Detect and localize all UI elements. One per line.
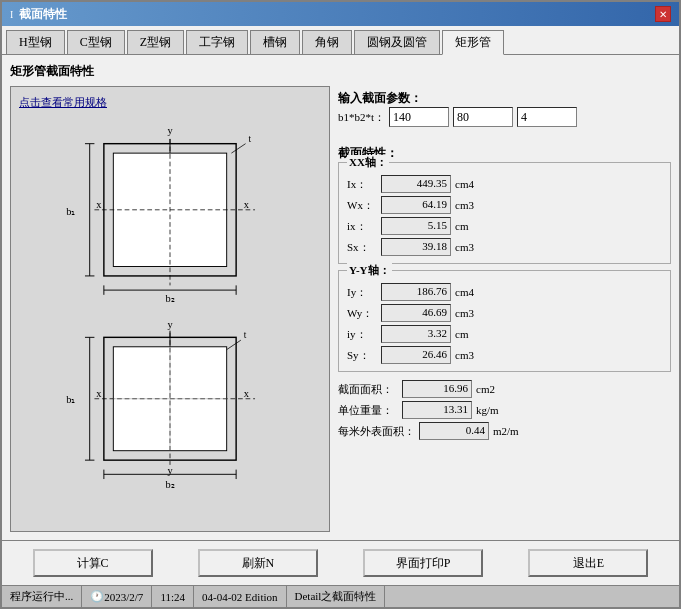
dim-label: b1*b2*t： <box>338 110 385 125</box>
sy-label: Sy： <box>347 348 377 363</box>
svg-text:x: x <box>244 199 250 210</box>
surface-label: 每米外表面积： <box>338 424 415 439</box>
area-row: 截面面积： 16.96 cm2 <box>338 380 671 398</box>
misc-props: 截面面积： 16.96 cm2 单位重量： 13.31 kg/m 每米外表面积：… <box>338 378 671 445</box>
window-title: 截面特性 <box>19 6 67 23</box>
ix-small-label: ix： <box>347 219 377 234</box>
tab-bar: H型钢 C型钢 Z型钢 工字钢 槽钢 角钢 圆钢及圆管 矩形管 <box>2 26 679 55</box>
wx-value: 64.19 <box>381 196 451 214</box>
tab-channel[interactable]: 槽钢 <box>250 30 300 54</box>
iy-unit: cm4 <box>455 286 483 298</box>
b2-input[interactable] <box>453 107 513 127</box>
area-value: 16.96 <box>402 380 472 398</box>
sx-label: Sx： <box>347 240 377 255</box>
wy-unit: cm3 <box>455 307 483 319</box>
app-icon: I <box>10 9 13 20</box>
status-edition: 04-04-02 Edition <box>194 586 286 607</box>
iy-small-label: iy： <box>347 327 377 342</box>
sx-row: Sx： 39.18 cm3 <box>347 238 662 256</box>
diagram-area: 点击查看常用规格 y b₁ <box>10 86 330 532</box>
refresh-button[interactable]: 刷新N <box>198 549 318 577</box>
status-running: 程序运行中... <box>2 586 82 607</box>
iy-small-unit: cm <box>455 328 483 340</box>
iy-small-value: 3.32 <box>381 325 451 343</box>
tab-angle[interactable]: 角钢 <box>302 30 352 54</box>
print-button[interactable]: 界面打印P <box>363 549 483 577</box>
iy-row: Iy： 186.76 cm4 <box>347 283 662 301</box>
svg-text:y: y <box>167 125 173 136</box>
svg-text:x: x <box>96 388 102 399</box>
ix-small-unit: cm <box>455 220 483 232</box>
weight-row: 单位重量： 13.31 kg/m <box>338 401 671 419</box>
status-time: 11:24 <box>152 586 194 607</box>
status-date: 2023/2/7 <box>104 591 143 603</box>
wy-label: Wy： <box>347 306 377 321</box>
sy-value: 26.46 <box>381 346 451 364</box>
svg-text:t: t <box>248 134 251 144</box>
tab-z-steel[interactable]: Z型钢 <box>127 30 184 54</box>
svg-line-35 <box>227 340 241 349</box>
wx-unit: cm3 <box>455 199 483 211</box>
svg-text:b₁: b₁ <box>66 206 75 217</box>
ix-label: Ix： <box>347 177 377 192</box>
status-bar: 程序运行中... 🕐 2023/2/7 11:24 04-04-02 Editi… <box>2 585 679 607</box>
wx-label: Wx： <box>347 198 377 213</box>
content-area: 矩形管截面特性 点击查看常用规格 y <box>2 55 679 540</box>
tab-i-beam[interactable]: 工字钢 <box>186 30 248 54</box>
area-label: 截面面积： <box>338 382 398 397</box>
status-icon-item: 🕐 2023/2/7 <box>82 586 152 607</box>
svg-text:x: x <box>96 199 102 210</box>
svg-text:y: y <box>167 465 173 476</box>
svg-text:x: x <box>244 388 250 399</box>
svg-text:t: t <box>244 330 247 340</box>
weight-label: 单位重量： <box>338 403 398 418</box>
dimension-input-row: b1*b2*t： <box>338 107 671 127</box>
iy-label: Iy： <box>347 285 377 300</box>
wx-row: Wx： 64.19 cm3 <box>347 196 662 214</box>
area-unit: cm2 <box>476 383 504 395</box>
yy-axis-label: Y-Y轴： <box>347 263 392 278</box>
status-module: Detail之截面特性 <box>287 586 386 607</box>
cross-section-diagram: y b₁ <box>11 87 329 531</box>
exit-button[interactable]: 退出E <box>528 549 648 577</box>
surface-value: 0.44 <box>419 422 489 440</box>
svg-text:b₂: b₂ <box>165 293 174 304</box>
xx-axis-label: XX轴： <box>347 155 389 170</box>
weight-value: 13.31 <box>402 401 472 419</box>
surface-row: 每米外表面积： 0.44 m2/m <box>338 422 671 440</box>
iy-value: 186.76 <box>381 283 451 301</box>
ix-unit: cm4 <box>455 178 483 190</box>
tab-round[interactable]: 圆钢及圆管 <box>354 30 440 54</box>
title-bar: I 截面特性 ✕ <box>2 2 679 26</box>
wy-value: 46.69 <box>381 304 451 322</box>
params-area: 输入截面参数： b1*b2*t： 截面特性： XX轴： <box>338 86 671 532</box>
sy-row: Sy： 26.46 cm3 <box>347 346 662 364</box>
tab-c-steel[interactable]: C型钢 <box>67 30 125 54</box>
ix-small-value: 5.15 <box>381 217 451 235</box>
svg-text:y: y <box>167 319 173 330</box>
ix-small-row: ix： 5.15 cm <box>347 217 662 235</box>
weight-unit: kg/m <box>476 404 504 416</box>
properties-section: 截面特性： XX轴： Ix： 449.35 cm4 Wx： 64. <box>338 141 671 445</box>
clock-icon: 🕐 <box>90 590 104 603</box>
ix-row: Ix： 449.35 cm4 <box>347 175 662 193</box>
iy-small-row: iy： 3.32 cm <box>347 325 662 343</box>
calc-button[interactable]: 计算C <box>33 549 153 577</box>
input-section-title: 输入截面参数： <box>338 90 671 107</box>
title-bar-left: I 截面特性 <box>10 6 67 23</box>
ix-value: 449.35 <box>381 175 451 193</box>
svg-line-16 <box>231 144 245 153</box>
sy-unit: cm3 <box>455 349 483 361</box>
t-input[interactable] <box>517 107 577 127</box>
svg-text:b₁: b₁ <box>66 394 75 405</box>
button-bar: 计算C 刷新N 界面打印P 退出E <box>2 540 679 585</box>
sx-unit: cm3 <box>455 241 483 253</box>
close-button[interactable]: ✕ <box>655 6 671 22</box>
wy-row: Wy： 46.69 cm3 <box>347 304 662 322</box>
svg-text:b₂: b₂ <box>165 479 174 490</box>
main-content: 点击查看常用规格 y b₁ <box>10 86 671 532</box>
tab-h-steel[interactable]: H型钢 <box>6 30 65 54</box>
b1-input[interactable] <box>389 107 449 127</box>
section-title: 矩形管截面特性 <box>10 63 671 80</box>
tab-rect-tube[interactable]: 矩形管 <box>442 30 504 55</box>
